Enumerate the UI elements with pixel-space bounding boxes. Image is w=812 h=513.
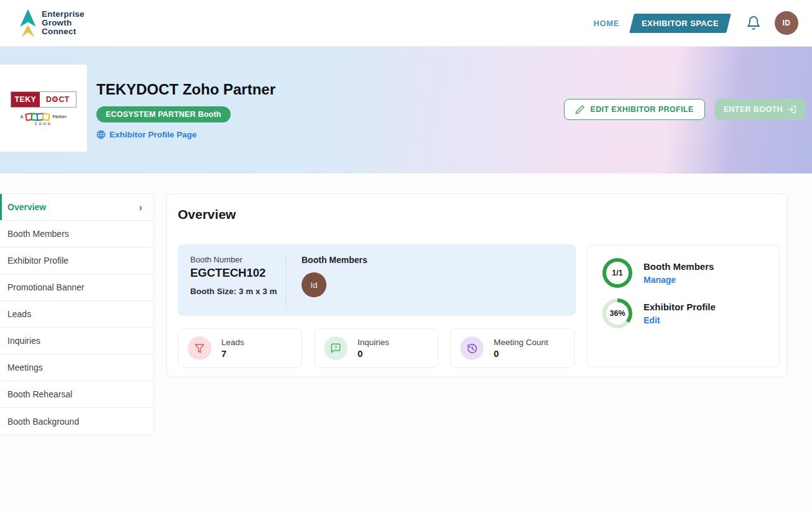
sidebar-item-exhibitor-profile[interactable]: Exhibitor Profile › [0, 247, 154, 274]
zoho-partner-row: A Partner [11, 113, 76, 121]
ring-value: 36% [609, 309, 625, 318]
clock-history-icon [466, 343, 478, 354]
inquiries-icon-circle: ? [324, 336, 348, 360]
sidebar-item-label: Promotional Banner [7, 282, 85, 292]
sidebar-item-booth-rehearsal[interactable]: Booth Rehearsal › [0, 381, 154, 408]
exhibitor-space-label: EXHIBITOR SPACE [642, 19, 719, 28]
edit-exhibitor-profile-button[interactable]: EDIT EXHIBITOR PROFILE [564, 99, 704, 120]
meeting-count-stat-card: Meeting Count 0 [450, 328, 574, 368]
exhibitor-logo-card: TEKY D CT A Partner ZOHO [0, 65, 87, 152]
tekydoct-logo-ct: CT [58, 95, 69, 104]
growth-arrow-icon [19, 8, 37, 38]
booth-info-panel: Booth Number EGCTECH102 Booth Size: 3 m … [178, 244, 576, 316]
progress-label: Booth Members [644, 261, 714, 272]
sidebar-item-label: Meetings [7, 363, 43, 372]
funnel-icon [194, 343, 205, 354]
exhibitor-profile-page-label: Exhibitor Profile Page [109, 130, 196, 139]
exhibitor-title: TEKYDOCT Zoho Partner [96, 81, 275, 98]
bell-icon [746, 16, 761, 30]
tekydoct-logo-doct: D CT [40, 92, 76, 107]
booth-members-block: Booth Members Id [287, 244, 367, 316]
sidebar-item-label: Booth Members [7, 229, 69, 239]
top-navbar: Enterprise Growth Connect HOME EXHIBITOR… [0, 0, 812, 47]
enter-booth-button[interactable]: ENTER BOOTH [715, 99, 806, 120]
sidebar-item-meetings[interactable]: Meetings › [0, 354, 154, 381]
tekydoct-logo-o [52, 96, 58, 102]
enter-booth-label: ENTER BOOTH [724, 105, 783, 114]
exhibitor-space-tab[interactable]: EXHIBITOR SPACE [629, 14, 731, 33]
booth-member-avatar[interactable]: Id [302, 272, 326, 297]
stat-label: Leads [221, 338, 244, 347]
brand-line-1: Enterprise [42, 10, 85, 19]
stat-value: 0 [494, 348, 548, 359]
leads-icon-circle [188, 336, 211, 360]
tekydoct-logo: TEKY D CT A Partner ZOHO [11, 91, 76, 126]
exhibitor-profile-progress-text: Exhibitor Profile Edit [644, 302, 716, 325]
progress-panel: 1/1 Booth Members Manage 36% Exhibitor P… [587, 244, 780, 367]
sidebar-nav: Overview › Booth Members › Exhibitor Pro… [0, 193, 154, 435]
pencil-icon [575, 105, 584, 114]
navbar-right: HOME EXHIBITOR SPACE ID [594, 11, 798, 35]
brand-text: Enterprise Growth Connect [42, 10, 85, 35]
sidebar-item-label: Leads [7, 309, 31, 319]
brand-line-2: Growth [42, 19, 85, 27]
chevron-right-icon: › [139, 202, 142, 213]
stat-value: 0 [358, 348, 389, 359]
user-avatar[interactable]: ID [775, 11, 798, 35]
sidebar-item-label: Inquiries [7, 336, 40, 346]
exhibitor-profile-progress-row: 36% Exhibitor Profile Edit [602, 298, 779, 328]
exhibitor-profile-page-link[interactable]: Exhibitor Profile Page [96, 130, 275, 139]
hero-content: TEKYDOCT Zoho Partner ECOSYSTEM PARTNER … [96, 81, 275, 139]
logo-sub-suffix: Partner [52, 114, 67, 119]
globe-icon [96, 130, 106, 139]
edit-exhibitor-profile-label: EDIT EXHIBITOR PROFILE [590, 105, 693, 114]
hero-banner: TEKY D CT A Partner ZOHO TE [0, 47, 812, 173]
leads-stat-text: Leads 7 [221, 338, 244, 359]
booth-members-progress-ring: 1/1 [602, 258, 632, 288]
booth-members-progress-row: 1/1 Booth Members Manage [602, 258, 779, 288]
inquiries-stat-card: ? Inquiries 0 [314, 328, 438, 368]
overview-panel: Overview Booth Number EGCTECH102 Booth S… [166, 193, 788, 377]
zoho-squares-icon [25, 113, 50, 121]
sidebar-item-inquiries[interactable]: Inquiries › [0, 328, 154, 354]
stat-label: Meeting Count [494, 338, 548, 347]
stats-row: Leads 7 ? Inquiries 0 [178, 328, 574, 368]
logo-sub-prefix: A [21, 114, 24, 119]
booth-type-badge: ECOSYSTEM PARTNER Booth [96, 106, 231, 122]
svg-text:?: ? [334, 344, 338, 350]
page: Enterprise Growth Connect HOME EXHIBITOR… [0, 0, 812, 513]
chat-question-icon: ? [330, 343, 341, 354]
meeting-icon-circle [460, 336, 484, 360]
manage-link[interactable]: Manage [644, 275, 714, 285]
sidebar-item-booth-members[interactable]: Booth Members › [0, 221, 154, 247]
edit-link[interactable]: Edit [644, 315, 716, 325]
brand-line-3: Connect [42, 27, 85, 36]
booth-size-value: Booth Size: 3 m x 3 m [190, 287, 286, 296]
booth-members-progress-text: Booth Members Manage [644, 261, 714, 285]
inquiries-stat-text: Inquiries 0 [358, 338, 389, 359]
booth-number-label: Booth Number [190, 255, 286, 264]
sidebar-item-label: Booth Rehearsal [7, 389, 72, 399]
stat-label: Inquiries [358, 338, 389, 347]
leads-stat-card: Leads 7 [178, 328, 302, 368]
sidebar-item-label: Overview [7, 202, 46, 212]
enter-door-icon [787, 104, 797, 114]
sidebar-item-booth-background[interactable]: Booth Background › [0, 408, 154, 435]
booth-number-block: Booth Number EGCTECH102 Booth Size: 3 m … [178, 244, 286, 316]
exhibitor-profile-progress-ring: 36% [602, 298, 632, 328]
tekydoct-logo-teky: TEKY [11, 92, 40, 107]
sidebar-item-label: Exhibitor Profile [7, 256, 68, 266]
ring-value: 1/1 [612, 269, 622, 277]
booth-number-value: EGCTECH102 [190, 266, 286, 280]
sidebar-item-promotional-banner[interactable]: Promotional Banner › [0, 274, 154, 301]
home-link[interactable]: HOME [594, 19, 619, 28]
brand-logo[interactable]: Enterprise Growth Connect [19, 8, 85, 38]
sidebar-item-label: Booth Background [7, 417, 79, 427]
logo-zoho-text: ZOHO [11, 122, 76, 126]
page-title: Overview [178, 207, 236, 222]
notification-bell-button[interactable] [745, 14, 762, 32]
hero-actions: EDIT EXHIBITOR PROFILE ENTER BOOTH [564, 99, 806, 120]
sidebar-item-overview[interactable]: Overview › [0, 194, 154, 221]
sidebar-item-leads[interactable]: Leads › [0, 301, 154, 328]
progress-label: Exhibitor Profile [644, 302, 716, 312]
